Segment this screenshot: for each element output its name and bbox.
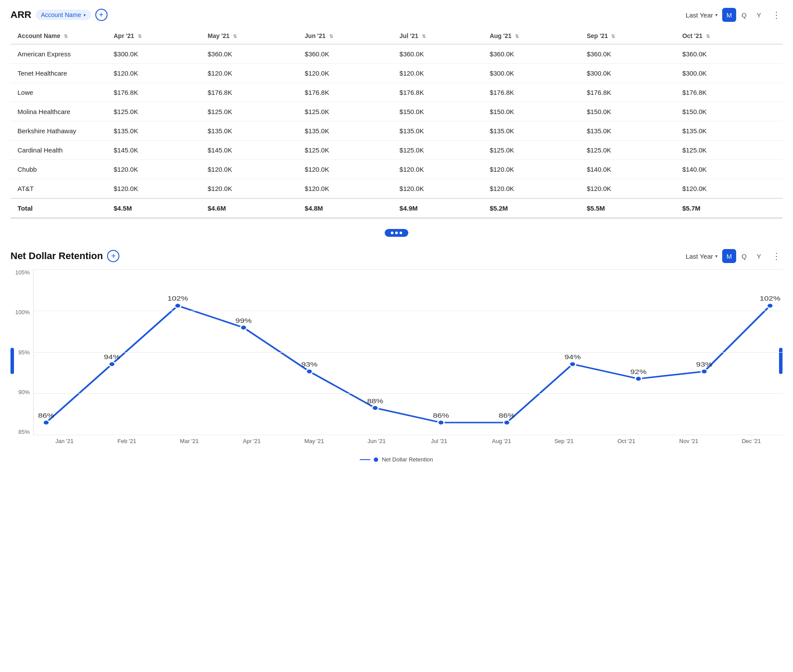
- ndr-time-toggle: M Q Y: [722, 249, 766, 263]
- x-label-nov21: Nov '21: [657, 438, 720, 444]
- col-jul21[interactable]: Jul '21 ⇅: [393, 28, 483, 44]
- ndr-dot-8: [570, 362, 576, 367]
- plus-icon: +: [99, 10, 104, 20]
- col-oct21[interactable]: Oct '21 ⇅: [675, 28, 769, 44]
- table-row: AT&T $120.0K $120.0K $120.0K $120.0K $12…: [10, 179, 783, 199]
- cell-jun21: $135.0K: [298, 121, 393, 141]
- ndr-add-button[interactable]: +: [107, 250, 119, 262]
- ndr-label-5: 88%: [367, 397, 383, 405]
- cell-account-name: AT&T: [10, 179, 107, 199]
- dot-2: [395, 232, 398, 234]
- y-label-90: 90%: [18, 389, 30, 395]
- gridline-95: [34, 352, 783, 353]
- cell-account-name: American Express: [10, 44, 107, 64]
- cell-jun21: $125.0K: [298, 141, 393, 160]
- ndr-label-4: 93%: [301, 361, 317, 368]
- ndr-time-m-button[interactable]: M: [722, 249, 736, 263]
- col-account-name[interactable]: Account Name ⇅: [10, 28, 107, 44]
- cell-may21: $176.8K: [201, 83, 298, 102]
- arr-time-toggle: M Q Y: [722, 8, 766, 22]
- ndr-period-selector[interactable]: Last Year ▾: [685, 253, 718, 260]
- total-sep21: $5.5M: [580, 198, 675, 218]
- table-row: Molina Healthcare $125.0K $125.0K $125.0…: [10, 102, 783, 121]
- chart-y-axis: 105% 100% 95% 90% 85%: [10, 269, 33, 435]
- ndr-dot-5: [372, 405, 378, 410]
- account-name-filter[interactable]: Account Name ▾: [36, 10, 91, 20]
- cell-may21: $120.0K: [201, 64, 298, 83]
- cell-sep21: $150.0K: [580, 102, 675, 121]
- col-aug21[interactable]: Aug '21 ⇅: [483, 28, 580, 44]
- ndr-more-button[interactable]: ⋮: [770, 251, 783, 261]
- arr-time-m-button[interactable]: M: [722, 8, 736, 22]
- ndr-dot-9: [635, 376, 641, 381]
- y-label-85: 85%: [18, 429, 30, 435]
- ndr-period-label: Last Year: [685, 253, 713, 260]
- ndr-polyline: [46, 306, 770, 423]
- filter-chevron-icon: ▾: [83, 13, 86, 17]
- ndr-dot-11: [767, 303, 773, 308]
- ndr-label-10: 93%: [696, 361, 712, 368]
- cell-jun21: $176.8K: [298, 83, 393, 102]
- col-jun21[interactable]: Jun '21 ⇅: [298, 28, 393, 44]
- sort-account-icon: ⇅: [64, 34, 68, 39]
- ndr-chart: 105% 100% 95% 90% 85% 86%94%102%99%93%88…: [10, 269, 783, 453]
- expand-dots-button[interactable]: [385, 229, 408, 237]
- arr-more-button[interactable]: ⋮: [770, 10, 783, 20]
- total-jun21: $4.8M: [298, 198, 393, 218]
- ndr-section: Net Dollar Retention + Last Year ▾ M Q Y…: [0, 243, 793, 473]
- cell-may21: $120.0K: [201, 179, 298, 199]
- arr-add-button[interactable]: +: [95, 9, 108, 21]
- cell-jul21: $135.0K: [393, 121, 483, 141]
- cell-sep21: $176.8K: [580, 83, 675, 102]
- cell-jun21: $360.0K: [298, 44, 393, 64]
- cell-aug21: $360.0K: [483, 44, 580, 64]
- ndr-dot-0: [43, 420, 49, 425]
- cell-aug21: $120.0K: [483, 160, 580, 179]
- cell-aug21: $120.0K: [483, 179, 580, 199]
- col-more: [769, 28, 783, 44]
- ndr-time-y-button[interactable]: Y: [752, 249, 766, 263]
- arr-section: ARR Account Name ▾ + Last Year ▾ M Q Y ⋮: [0, 0, 793, 225]
- chart-x-axis: Jan '21 Feb '21 Mar '21 Apr '21 May '21 …: [33, 435, 783, 453]
- ndr-dot-1: [109, 362, 115, 367]
- cell-jul21: $176.8K: [393, 83, 483, 102]
- ndr-label-7: 86%: [499, 412, 515, 419]
- cell-jul21: $120.0K: [393, 64, 483, 83]
- ndr-header-right: Last Year ▾ M Q Y ⋮: [685, 249, 783, 263]
- table-row: Lowe $176.8K $176.8K $176.8K $176.8K $17…: [10, 83, 783, 102]
- x-label-apr21: Apr '21: [220, 438, 283, 444]
- ndr-header: Net Dollar Retention + Last Year ▾ M Q Y…: [10, 249, 783, 263]
- cell-account-name: Lowe: [10, 83, 107, 102]
- cell-empty: [769, 44, 783, 64]
- table-row: Chubb $120.0K $120.0K $120.0K $120.0K $1…: [10, 160, 783, 179]
- col-sep21[interactable]: Sep '21 ⇅: [580, 28, 675, 44]
- cell-jun21: $120.0K: [298, 64, 393, 83]
- arr-period-selector[interactable]: Last Year ▾: [685, 11, 718, 19]
- col-may21[interactable]: May '21 ⇅: [201, 28, 298, 44]
- arr-header-left: ARR Account Name ▾ +: [10, 9, 108, 21]
- more-icon: ⋮: [772, 10, 781, 20]
- cell-account-name: Cardinal Health: [10, 141, 107, 160]
- total-aug21: $5.2M: [483, 198, 580, 218]
- cell-aug21: $150.0K: [483, 102, 580, 121]
- cell-aug21: $300.0K: [483, 64, 580, 83]
- arr-title: ARR: [10, 9, 31, 21]
- cell-jul21: $360.0K: [393, 44, 483, 64]
- cell-account-name: Chubb: [10, 160, 107, 179]
- filter-label: Account Name: [41, 11, 81, 18]
- table-row: Berkshire Hathaway $135.0K $135.0K $135.…: [10, 121, 783, 141]
- ndr-time-q-button[interactable]: Q: [737, 249, 751, 263]
- arr-time-q-button[interactable]: Q: [737, 8, 751, 22]
- ndr-label-0: 86%: [38, 412, 54, 419]
- cell-oct21: $360.0K: [675, 44, 769, 64]
- cell-apr21: $145.0K: [107, 141, 201, 160]
- total-may21: $4.6M: [201, 198, 298, 218]
- ndr-label-11: 102%: [760, 295, 781, 302]
- cell-apr21: $125.0K: [107, 102, 201, 121]
- x-label-sep21: Sep '21: [533, 438, 595, 444]
- arr-table: Account Name ⇅ Apr '21 ⇅ May '21 ⇅ Jun '…: [10, 28, 783, 218]
- arr-time-y-button[interactable]: Y: [752, 8, 766, 22]
- x-label-jan21: Jan '21: [33, 438, 96, 444]
- sort-apr21-icon: ⇅: [138, 34, 142, 39]
- col-apr21[interactable]: Apr '21 ⇅: [107, 28, 201, 44]
